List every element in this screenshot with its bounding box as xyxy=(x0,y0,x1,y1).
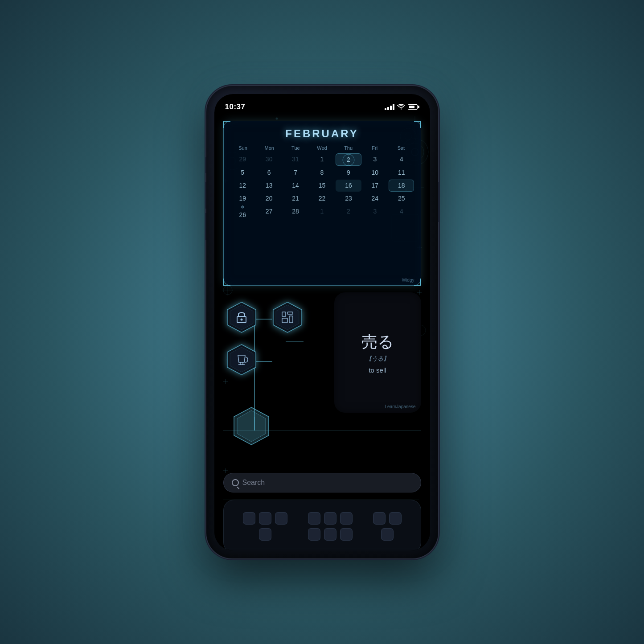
learn-japanese-widget[interactable]: 売る 【うる】 to sell LearnJapanese xyxy=(334,292,421,413)
calendar-grid: 29 30 31 1 2 3 4 5 xyxy=(230,153,414,221)
cal-day[interactable]: 25 xyxy=(389,193,414,205)
signal-icon xyxy=(385,104,394,110)
app-icon-cup[interactable] xyxy=(226,344,258,377)
day-header-sat: Sat xyxy=(388,145,414,151)
cal-day[interactable]: 28 xyxy=(283,205,308,221)
app-icon-lock[interactable] xyxy=(226,301,258,335)
calendar-month: FEBRUARY xyxy=(230,127,414,140)
cal-day[interactable]: 31 xyxy=(283,153,308,166)
screen-content: FEBRUARY Sun Mon Tue Wed Thu Fri Sat 29 … xyxy=(214,116,430,550)
day-header-wed: Wed xyxy=(309,145,335,151)
notch xyxy=(287,94,358,108)
cal-day[interactable]: 15 xyxy=(309,180,335,192)
dock-row xyxy=(259,528,271,541)
status-icons xyxy=(385,104,419,110)
svg-point-29 xyxy=(275,117,278,119)
phone-screen: 10:37 xyxy=(214,94,430,550)
dock-icon[interactable] xyxy=(389,512,402,525)
dock-row xyxy=(308,528,353,541)
app-icon-dashboard[interactable] xyxy=(271,301,304,335)
cal-day[interactable]: 9 xyxy=(336,167,361,179)
cal-day[interactable]: 19 xyxy=(230,193,255,205)
cal-day[interactable]: ❄ 26 xyxy=(230,205,255,221)
cal-day[interactable]: 20 xyxy=(256,193,282,205)
japanese-meaning: to sell xyxy=(369,366,386,374)
dock-icon[interactable] xyxy=(308,528,320,541)
cal-day[interactable]: 29 xyxy=(230,153,255,166)
bottom-widgets-area: 売る 【うる】 to sell LearnJapanese xyxy=(223,292,421,466)
cal-day[interactable]: 14 xyxy=(283,180,308,192)
search-icon xyxy=(232,479,239,486)
dock-icon[interactable] xyxy=(324,512,336,525)
cal-day[interactable]: 21 xyxy=(283,193,308,205)
cal-day[interactable]: 24 xyxy=(362,193,388,205)
search-bar[interactable]: Search xyxy=(223,473,421,492)
dock-icon[interactable] xyxy=(373,512,386,525)
cal-day[interactable]: 16 xyxy=(336,180,361,192)
search-bar-area: Search xyxy=(223,473,421,492)
dock-icon[interactable] xyxy=(259,528,271,541)
cal-day[interactable]: 3 xyxy=(362,205,388,221)
cal-day[interactable]: 13 xyxy=(256,180,282,192)
dock-row xyxy=(381,528,394,541)
cal-day[interactable]: 11 xyxy=(389,167,414,179)
day-header-sun: Sun xyxy=(230,145,256,151)
day-header-tue: Tue xyxy=(283,145,309,151)
cal-day[interactable]: 4 xyxy=(389,153,414,166)
cal-day[interactable]: 27 xyxy=(256,205,282,221)
cal-day[interactable]: 3 xyxy=(362,153,388,166)
power-button[interactable] xyxy=(438,182,440,222)
dock-row xyxy=(243,512,287,525)
dock-row xyxy=(308,512,353,525)
cal-day[interactable]: 18 xyxy=(389,180,414,192)
dock-icon[interactable] xyxy=(381,528,394,541)
widgy-label: Widgy xyxy=(402,278,414,283)
day-header-thu: Thu xyxy=(335,145,361,151)
cal-day[interactable]: 7 xyxy=(283,167,308,179)
dock-icon[interactable] xyxy=(275,512,287,525)
cal-day[interactable]: 5 xyxy=(230,167,255,179)
cal-day[interactable]: 17 xyxy=(362,180,388,192)
dock-row xyxy=(373,512,402,525)
learn-japanese-label: LearnJapanese xyxy=(385,404,416,409)
cal-day[interactable]: 23 xyxy=(336,193,361,205)
wifi-icon xyxy=(397,104,405,110)
dock-group-3 xyxy=(373,512,402,541)
dock xyxy=(223,500,421,550)
dock-icon[interactable] xyxy=(340,512,353,525)
cal-day[interactable]: 4 xyxy=(389,205,414,221)
calendar-days-header: Sun Mon Tue Wed Thu Fri Sat xyxy=(230,145,414,151)
dock-group-1 xyxy=(243,512,287,541)
cal-day[interactable]: 22 xyxy=(309,193,335,205)
dock-group-2 xyxy=(308,512,353,541)
cal-day[interactable]: 2 xyxy=(336,205,361,221)
cal-day[interactable]: 1 xyxy=(309,153,335,166)
cal-day[interactable]: 10 xyxy=(362,167,388,179)
calendar-widget[interactable]: FEBRUARY Sun Mon Tue Wed Thu Fri Sat 29 … xyxy=(223,121,421,286)
cal-day-today[interactable]: 2 xyxy=(336,153,361,166)
japanese-word: 売る xyxy=(361,331,394,353)
cal-day[interactable]: 1 xyxy=(309,205,335,221)
cal-day[interactable]: 8 xyxy=(309,167,335,179)
volume-up-button[interactable] xyxy=(205,182,206,209)
svg-point-43 xyxy=(240,318,242,320)
battery-icon xyxy=(408,104,419,110)
japanese-reading: 【うる】 xyxy=(366,355,389,363)
bottom-hex-decoration xyxy=(231,406,271,448)
phone-device: 10:37 xyxy=(206,86,438,558)
cal-day[interactable]: 6 xyxy=(256,167,282,179)
status-time: 10:37 xyxy=(225,103,246,111)
dock-icon[interactable] xyxy=(308,512,320,525)
day-header-mon: Mon xyxy=(256,145,283,151)
dock-icon[interactable] xyxy=(259,512,271,525)
volume-down-button[interactable] xyxy=(205,213,206,240)
mute-button[interactable] xyxy=(205,157,206,173)
dock-icon[interactable] xyxy=(340,528,353,541)
dock-icon[interactable] xyxy=(243,512,255,525)
search-text: Search xyxy=(242,479,265,487)
cal-day[interactable]: 12 xyxy=(230,180,255,192)
day-header-fri: Fri xyxy=(361,145,388,151)
separator-line xyxy=(223,430,421,431)
cal-day[interactable]: 30 xyxy=(256,153,282,166)
dock-icon[interactable] xyxy=(324,528,336,541)
